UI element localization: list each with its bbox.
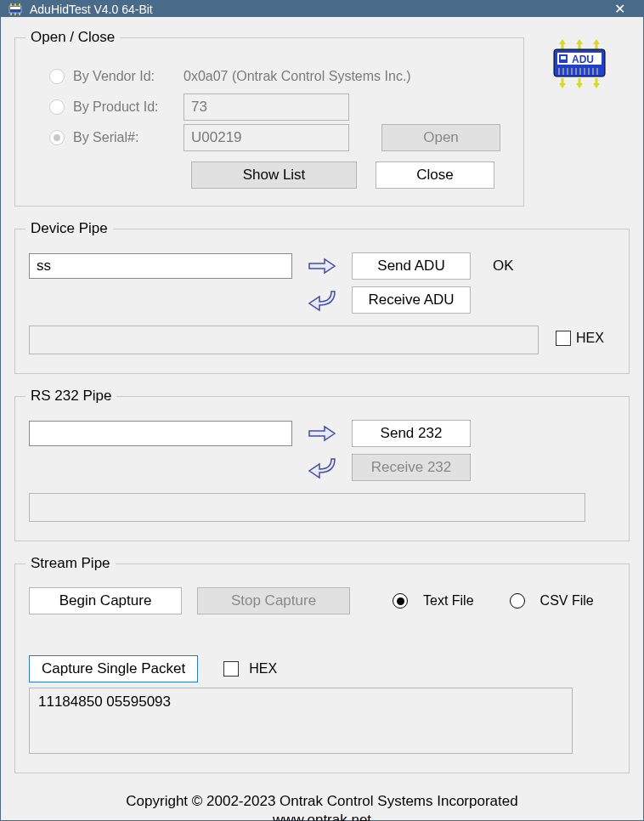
- vendor-text: 0x0a07 (Ontrak Control Systems Inc.): [184, 69, 411, 84]
- send-adu-button[interactable]: Send ADU: [352, 252, 471, 280]
- adu-logo-icon: ADU: [550, 39, 609, 88]
- client-area: Open / Close By Vendor Id: 0x0a07 (Ontra…: [1, 17, 643, 821]
- device-hex-label: HEX: [576, 331, 604, 346]
- stop-capture-button[interactable]: Stop Capture: [197, 587, 350, 614]
- rs232-output: [29, 493, 585, 522]
- product-field[interactable]: 73: [184, 93, 349, 121]
- receive-adu-button[interactable]: Receive ADU: [352, 286, 471, 314]
- csv-file-label: CSV File: [540, 593, 594, 609]
- radio-product-label: By Product Id:: [73, 99, 175, 115]
- device-hex-checkbox[interactable]: [556, 331, 571, 346]
- svg-marker-9: [559, 39, 566, 44]
- arrow-right-icon: [308, 422, 336, 445]
- openclose-group: Open / Close By Vendor Id: 0x0a07 (Ontra…: [14, 29, 524, 207]
- radio-serial-label: By Serial#:: [73, 130, 175, 145]
- device-input[interactable]: [29, 253, 292, 279]
- svg-marker-32: [576, 83, 583, 88]
- close-icon[interactable]: ✕: [602, 1, 636, 17]
- arrow-curve-icon: [308, 288, 336, 312]
- svg-rect-1: [10, 7, 20, 9]
- receive-232-button[interactable]: Receive 232: [352, 454, 471, 481]
- close-button[interactable]: Close: [376, 161, 494, 189]
- window-title: AduHidTest V4.0 64-Bit: [30, 3, 602, 16]
- rs232-pipe-legend: RS 232 Pipe: [25, 388, 116, 405]
- svg-rect-17: [561, 56, 566, 59]
- radio-text-file[interactable]: [393, 593, 408, 609]
- website-text: www.ontrak.net: [14, 811, 630, 821]
- radio-vendor[interactable]: [49, 69, 65, 84]
- rs232-pipe-group: RS 232 Pipe Send 232 Receive 232: [14, 388, 630, 541]
- radio-serial[interactable]: [49, 130, 65, 145]
- copyright-text: Copyright © 2002-2023 Ontrak Control Sys…: [14, 792, 630, 811]
- svg-marker-11: [576, 39, 583, 44]
- radio-product[interactable]: [49, 99, 65, 115]
- stream-pipe-group: Stream Pipe Begin Capture Stop Capture T…: [14, 555, 630, 773]
- send-232-button[interactable]: Send 232: [352, 420, 471, 447]
- footer: Copyright © 2002-2023 Ontrak Control Sys…: [14, 792, 630, 821]
- rs232-input[interactable]: [29, 421, 292, 446]
- svg-text:ADU: ADU: [572, 54, 594, 65]
- svg-marker-30: [559, 83, 566, 88]
- open-button[interactable]: Open: [381, 124, 500, 151]
- device-output: [29, 326, 539, 354]
- stream-pipe-legend: Stream Pipe: [25, 555, 116, 572]
- titlebar: AduHidTest V4.0 64-Bit ✕: [1, 1, 643, 17]
- svg-marker-13: [593, 39, 600, 44]
- device-status: OK: [493, 258, 514, 275]
- stream-hex-checkbox[interactable]: [223, 661, 239, 677]
- device-pipe-group: Device Pipe Send ADU OK Receive ADU: [14, 220, 630, 374]
- device-pipe-legend: Device Pipe: [25, 220, 113, 237]
- svg-marker-34: [593, 83, 600, 88]
- capture-single-button[interactable]: Capture Single Packet: [29, 655, 198, 682]
- packet-output: 11184850 05595093: [29, 688, 573, 754]
- showlist-button[interactable]: Show List: [191, 161, 357, 189]
- app-window: AduHidTest V4.0 64-Bit ✕ Open / Close By…: [0, 0, 644, 821]
- openclose-legend: Open / Close: [25, 29, 120, 46]
- serial-field[interactable]: U00219: [184, 124, 349, 151]
- begin-capture-button[interactable]: Begin Capture: [29, 587, 182, 614]
- stream-hex-label: HEX: [249, 661, 277, 677]
- arrow-curve-icon: [308, 456, 336, 479]
- radio-csv-file[interactable]: [510, 593, 525, 609]
- arrow-right-icon: [308, 254, 336, 278]
- text-file-label: Text File: [423, 593, 474, 609]
- app-icon: [8, 2, 23, 17]
- radio-vendor-label: By Vendor Id:: [73, 69, 175, 84]
